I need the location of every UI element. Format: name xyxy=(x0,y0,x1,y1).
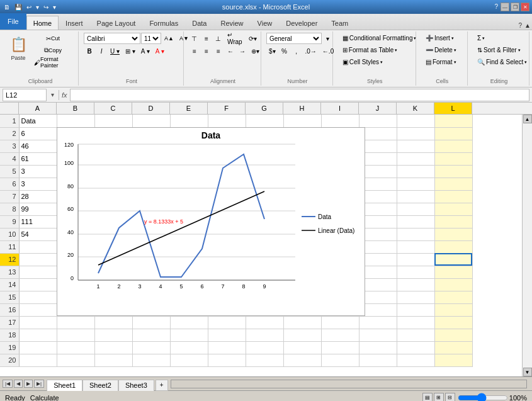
cell-H20[interactable] xyxy=(283,354,321,366)
page-break-view-button[interactable]: ⊟ xyxy=(445,393,455,402)
underline-button[interactable]: U ▾ xyxy=(108,45,122,57)
cell-B19[interactable] xyxy=(57,341,94,354)
cell-K3[interactable] xyxy=(397,140,434,152)
cell-K5[interactable] xyxy=(397,165,434,178)
cell-K10[interactable] xyxy=(397,228,434,240)
tab-view[interactable]: View xyxy=(251,16,280,30)
cell-L20[interactable] xyxy=(434,354,472,366)
tab-file[interactable]: File xyxy=(0,13,26,30)
col-header-e[interactable]: E xyxy=(170,103,208,114)
cell-F18[interactable] xyxy=(208,329,246,341)
middle-align-button[interactable]: ≡ xyxy=(201,33,212,44)
cell-E18[interactable] xyxy=(170,329,208,341)
cell-C18[interactable] xyxy=(94,329,132,341)
row-num-1[interactable]: 1 xyxy=(0,115,19,127)
copy-button[interactable]: ⧉ Copy xyxy=(31,45,74,56)
cell-K11[interactable] xyxy=(397,240,434,253)
zoom-slider[interactable] xyxy=(458,394,508,402)
cell-A19[interactable] xyxy=(19,341,57,354)
cell-I20[interactable] xyxy=(321,354,359,366)
cell-styles-button[interactable]: ▣ Cell Styles ▾ xyxy=(338,57,387,67)
decrease-indent-button[interactable]: ← xyxy=(225,45,236,57)
cell-J18[interactable] xyxy=(359,329,397,341)
undo-icon[interactable]: ↩ xyxy=(25,3,33,11)
cell-A16[interactable] xyxy=(19,303,57,316)
merge-center-button[interactable]: ⊕▾ xyxy=(249,45,262,57)
cell-K17[interactable] xyxy=(397,316,434,329)
cell-H19[interactable] xyxy=(283,341,321,354)
row-num-4[interactable]: 4 xyxy=(0,152,19,165)
font-name-selector[interactable]: Calibri xyxy=(84,33,140,44)
row-num-18[interactable]: 18 xyxy=(0,329,19,341)
cell-L2[interactable] xyxy=(434,127,472,140)
col-header-j[interactable]: J xyxy=(359,103,397,114)
format-painter-button[interactable]: 🖌 Format Painter xyxy=(31,57,74,68)
cell-L6[interactable] xyxy=(434,178,472,190)
cell-A5[interactable]: 3 xyxy=(19,165,57,178)
top-align-button[interactable]: ⊤ xyxy=(189,33,200,44)
row-num-15[interactable]: 15 xyxy=(0,291,19,303)
number-format-dropdown[interactable]: ▾ xyxy=(322,33,334,44)
cell-J20[interactable] xyxy=(359,354,397,366)
cell-I18[interactable] xyxy=(321,329,359,341)
cell-A9[interactable]: 111 xyxy=(19,215,57,228)
tab-review[interactable]: Review xyxy=(213,16,250,30)
italic-button[interactable]: I xyxy=(96,45,107,57)
row-num-17[interactable]: 17 xyxy=(0,316,19,329)
cell-A10[interactable]: 54 xyxy=(19,228,57,240)
cell-F19[interactable] xyxy=(208,341,246,354)
cell-A7[interactable]: 28 xyxy=(19,190,57,203)
cell-L19[interactable] xyxy=(434,341,472,354)
cell-E20[interactable] xyxy=(170,354,208,366)
cell-K14[interactable] xyxy=(397,278,434,291)
redo-icon[interactable]: ↪ xyxy=(42,3,50,11)
horizontal-scrollbar[interactable] xyxy=(171,380,527,388)
comma-button[interactable]: , xyxy=(291,45,302,57)
col-header-f[interactable]: F xyxy=(208,103,246,114)
cell-A6[interactable]: 3 xyxy=(19,178,57,190)
cell-L1[interactable] xyxy=(434,115,472,127)
accounting-button[interactable]: $▾ xyxy=(266,45,278,57)
cell-K13[interactable] xyxy=(397,266,434,278)
percent-button[interactable]: % xyxy=(279,45,290,57)
cell-E17[interactable] xyxy=(170,316,208,329)
autosum-button[interactable]: Σ ▾ xyxy=(473,33,489,43)
cell-L8[interactable] xyxy=(434,203,472,215)
cell-I19[interactable] xyxy=(321,341,359,354)
cell-K16[interactable] xyxy=(397,303,434,316)
orientation-button[interactable]: ⟳▾ xyxy=(247,33,259,44)
tab-last-button[interactable]: ▶| xyxy=(34,380,44,388)
tab-developer[interactable]: Developer xyxy=(279,16,324,30)
cell-E19[interactable] xyxy=(170,341,208,354)
tab-home[interactable]: Home xyxy=(26,16,59,30)
cell-J1[interactable] xyxy=(359,115,397,127)
cell-H17[interactable] xyxy=(283,316,321,329)
fill-color-button[interactable]: A ▾ xyxy=(139,45,152,57)
row-num-16[interactable]: 16 xyxy=(0,303,19,316)
bold-button[interactable]: B xyxy=(84,45,95,57)
cell-C1[interactable] xyxy=(94,115,132,127)
row-num-12[interactable]: 12 xyxy=(0,253,19,266)
cell-L14[interactable] xyxy=(434,278,472,291)
col-header-g[interactable]: G xyxy=(246,103,283,114)
sheet-tab-sheet2[interactable]: Sheet2 xyxy=(82,380,118,391)
cell-L15[interactable] xyxy=(434,291,472,303)
undo-dropdown-icon[interactable]: ▾ xyxy=(35,3,40,11)
cell-B18[interactable] xyxy=(57,329,94,341)
cell-C17[interactable] xyxy=(94,316,132,329)
insert-button[interactable]: ➕ Insert ▾ xyxy=(421,33,458,43)
cell-D17[interactable] xyxy=(132,316,170,329)
bottom-align-button[interactable]: ⊥ xyxy=(213,33,224,44)
cell-L16[interactable] xyxy=(434,303,472,316)
cell-L12[interactable] xyxy=(434,253,472,266)
cell-K1[interactable] xyxy=(397,115,434,127)
cell-K20[interactable] xyxy=(397,354,434,366)
sheet-tab-sheet3[interactable]: Sheet3 xyxy=(118,380,154,391)
row-num-2[interactable]: 2 xyxy=(0,127,19,140)
cell-L5[interactable] xyxy=(434,165,472,178)
row-num-7[interactable]: 7 xyxy=(0,190,19,203)
close-button[interactable]: ✕ xyxy=(521,3,529,11)
sheet-tab-sheet1[interactable]: Sheet1 xyxy=(47,380,82,391)
cell-K8[interactable] xyxy=(397,203,434,215)
col-header-i[interactable]: I xyxy=(321,103,359,114)
